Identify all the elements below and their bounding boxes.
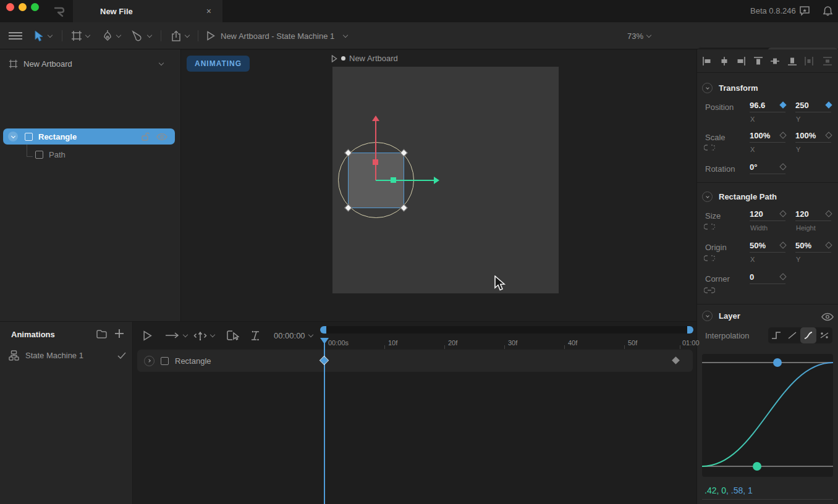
unlock-icon[interactable] [140,132,150,141]
height-field[interactable]: 120 [795,209,831,221]
align-horizontal-center-icon[interactable] [719,56,729,66]
origin-y-keyframe-icon[interactable] [825,242,832,248]
corner-link-icon[interactable] [704,287,715,294]
distribute-horizontal-icon[interactable] [804,56,814,66]
select-tool-chevron-icon[interactable] [48,32,53,37]
bezier-out-handle[interactable] [773,358,782,367]
layer-visibility-eye-icon[interactable] [821,313,834,321]
bezier-curve-editor[interactable] [702,354,833,477]
scale-x-field[interactable]: 100% [750,131,785,143]
play-artboard-menu[interactable]: New Artboard - State Machine 1 [206,22,347,49]
track-expand-chevron-icon[interactable] [144,356,154,366]
scrollbar-right-handle[interactable] [687,326,693,334]
rotation-field[interactable]: 0° [750,162,785,174]
origin-x-field[interactable]: 50% [750,241,785,253]
bezier-in-handle[interactable] [753,462,761,471]
scale-y-field[interactable]: 100% [795,131,831,143]
corner-value[interactable]: 0 [750,272,754,282]
position-x-keyframe-icon[interactable] [779,101,786,108]
width-field[interactable]: 120 [750,209,785,221]
timeline-rectangle-track[interactable]: Rectangle [137,350,693,372]
rectangle-expand-chevron-icon[interactable] [8,132,18,141]
position-y-keyframe-icon[interactable] [825,101,832,108]
playhead-line[interactable] [324,340,325,504]
loop-mode-button[interactable] [165,322,187,349]
x-axis-handle[interactable] [391,177,396,183]
state-machine-row[interactable]: State Machine 1 [9,350,126,361]
pen-tool-button[interactable] [102,22,121,49]
loop-mode-chevron-icon[interactable] [183,332,188,337]
artboard-tool-button[interactable] [71,22,90,49]
autokey-button[interactable] [193,322,214,349]
shape-tool-chevron-icon[interactable] [147,32,152,37]
position-x-field[interactable]: 96.6 [750,101,785,112]
feedback-icon[interactable] [799,6,810,16]
distribute-vertical-icon[interactable] [823,56,832,66]
current-time-control[interactable]: 00:00:00 [274,322,313,349]
layer-collapse-icon[interactable] [702,311,713,321]
rectangle-path-collapse-icon[interactable] [702,191,713,202]
origin-unlink-icon[interactable] [704,254,715,262]
interpolation-cubic-button[interactable] [800,327,816,343]
hierarchy-rectangle-row[interactable]: Rectangle [3,128,175,145]
interpolation-hold-button[interactable] [768,327,784,343]
align-right-icon[interactable] [736,56,746,66]
interpolation-view-button[interactable] [250,322,260,349]
position-x-value[interactable]: 96.6 [750,101,765,110]
width-keyframe-icon[interactable] [779,210,786,217]
export-button[interactable] [171,22,189,49]
align-bottom-icon[interactable] [787,56,797,66]
tab-close-icon[interactable]: × [206,6,211,16]
export-chevron-icon[interactable] [185,32,190,37]
hierarchy-path-row[interactable]: Path [35,150,171,159]
timeline-zoom-scrollbar[interactable] [320,326,693,334]
canvas-stage[interactable]: ANIMATING New Artboard [181,49,696,321]
time-chevron-icon[interactable] [308,332,313,337]
zoom-control[interactable]: 73% [627,22,651,49]
artboard-collapse-chevron-icon[interactable] [159,61,164,65]
pen-tool-chevron-icon[interactable] [116,32,121,37]
align-top-icon[interactable] [753,56,763,66]
origin-y-field[interactable]: 50% [795,241,831,253]
folder-icon[interactable] [96,330,107,338]
artboard-canvas-label[interactable]: New Artboard [331,54,398,63]
select-tool-button[interactable] [34,22,52,49]
height-keyframe-icon[interactable] [825,210,832,217]
main-menu-button[interactable] [9,22,22,49]
scale-unlink-icon[interactable] [704,144,715,151]
maximize-traffic-light[interactable] [31,3,39,11]
origin-x-value[interactable]: 50% [750,241,766,250]
align-left-icon[interactable] [702,56,712,66]
artboard-tool-chevron-icon[interactable] [85,32,90,37]
transform-section-header[interactable]: Transform [702,83,758,93]
corner-keyframe-icon[interactable] [779,273,786,280]
layer-section-header[interactable]: Layer [702,311,740,321]
scale-y-keyframe-icon[interactable] [825,132,832,138]
scrollbar-left-handle[interactable] [320,326,326,334]
playhead-handle[interactable] [320,338,329,344]
close-traffic-light[interactable] [6,3,14,11]
rectangle-path-section-header[interactable]: Rectangle Path [702,191,777,202]
scale-y-value[interactable]: 100% [795,131,816,140]
align-vertical-center-icon[interactable] [770,56,780,66]
tab-new-file[interactable]: New File × [73,0,222,22]
add-animation-icon[interactable] [114,329,124,338]
size-unlink-icon[interactable] [704,223,715,230]
height-value[interactable]: 120 [795,209,809,219]
corner-field[interactable]: 0 [750,272,785,284]
interpolation-linear-button[interactable] [784,327,800,343]
minimize-traffic-light[interactable] [19,3,27,11]
rotation-value[interactable]: 0° [750,162,757,172]
rotation-keyframe-icon[interactable] [779,163,786,170]
scale-x-keyframe-icon[interactable] [779,132,786,138]
artboard-menu-chevron-icon[interactable] [343,32,348,37]
timeline-play-button[interactable] [143,322,152,349]
notifications-bell-icon[interactable] [823,6,833,17]
graph-editor-button[interactable] [227,322,239,349]
zoom-chevron-icon[interactable] [646,32,651,37]
scale-x-value[interactable]: 100% [750,131,770,140]
shape-tool-button[interactable] [132,22,151,49]
artboard-canvas-title[interactable]: New Artboard [349,54,398,63]
position-y-field[interactable]: 250 [795,101,831,112]
interpolation-custom-button[interactable] [816,327,832,343]
